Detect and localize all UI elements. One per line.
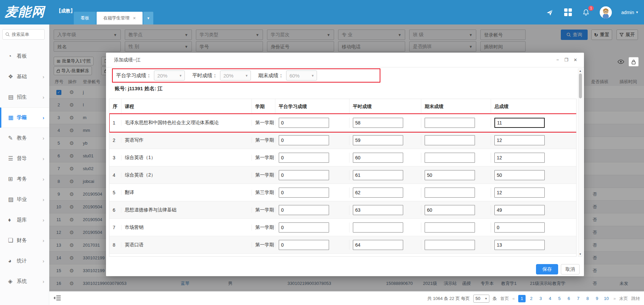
menu-search[interactable] [2, 29, 45, 40]
sidebar-item[interactable]: ◕ 统计 › [0, 251, 49, 271]
minimize-icon[interactable]: − [556, 57, 559, 62]
usual-score-input[interactable] [353, 240, 403, 250]
tab-close-icon[interactable]: ✕ [133, 12, 136, 24]
usual-score-input[interactable] [353, 222, 403, 233]
save-button[interactable]: 保存 [536, 264, 558, 274]
total-score-input[interactable] [494, 118, 545, 128]
page-number-button[interactable]: 8 [584, 295, 591, 302]
next-page-icon[interactable]: » [613, 296, 616, 301]
sidebar-item[interactable]: ✎ 教务 › [0, 128, 49, 148]
total-score-input[interactable] [494, 222, 545, 233]
eye-icon[interactable] [616, 57, 626, 66]
avatar[interactable] [600, 6, 612, 18]
total-score-input[interactable] [494, 135, 545, 145]
grade-row: 6 思想道德修养与法律基础 第一学期 [109, 201, 576, 219]
sidebar-item[interactable]: ◈ 系统 › [0, 271, 49, 292]
platform-score-input[interactable] [279, 118, 329, 128]
final-ratio-select[interactable]: 60%▾ [286, 70, 317, 81]
platform-score-input[interactable] [279, 170, 329, 180]
usual-score-input[interactable] [353, 118, 403, 128]
course-no: 2 [109, 138, 121, 143]
final-score-input[interactable] [425, 153, 475, 163]
apps-grid-icon[interactable] [564, 8, 572, 17]
term: 第一学期 [252, 137, 275, 143]
platform-score-input[interactable] [279, 222, 329, 233]
lock-icon[interactable] [629, 57, 639, 66]
total-score-input[interactable] [494, 205, 545, 215]
page-number-button[interactable]: 6 [565, 295, 573, 302]
course-name: 英语写作 [121, 137, 252, 143]
sidebar-item[interactable]: ▤ 招生 › [0, 87, 49, 107]
collapse-sidebar-icon[interactable] [54, 295, 61, 302]
sidebar-item[interactable]: ❏ 财务 › [0, 230, 49, 251]
term: 第一学期 [252, 207, 275, 213]
final-score-input[interactable] [425, 135, 475, 145]
platform-score-input[interactable] [279, 153, 329, 163]
menu-search-input[interactable] [12, 32, 41, 37]
prev-page-icon[interactable]: « [513, 296, 515, 301]
sidebar-item[interactable]: ☰ 督导 › [0, 148, 49, 169]
platform-score-input[interactable] [279, 188, 329, 198]
page-number-button[interactable]: 4 [546, 295, 554, 302]
dialog-scrollbar[interactable]: ▲ ▼ [578, 68, 583, 257]
usual-score-input[interactable] [353, 135, 403, 145]
sidebar-item-label: 系统 [17, 278, 43, 285]
final-score-input[interactable] [425, 222, 475, 233]
close-icon[interactable]: ✕ [574, 57, 577, 62]
final-score-input[interactable] [425, 240, 475, 250]
sidebar-item-icon: ▦ [8, 114, 17, 121]
total-score-input[interactable] [494, 240, 545, 250]
platform-score-input[interactable] [279, 135, 329, 145]
sidebar-item[interactable]: ▨ 毕业 › [0, 189, 49, 210]
sidebar-item[interactable]: ❖ 基础 › [0, 66, 49, 87]
page-number-button[interactable]: 5 [556, 295, 563, 302]
sidebar-item[interactable]: ♦ 题库 › [0, 210, 49, 230]
total-score-input[interactable] [494, 153, 545, 163]
page-number-button[interactable]: 1 [518, 295, 526, 302]
total-score-input[interactable] [494, 170, 545, 180]
platform-score-input[interactable] [279, 240, 329, 250]
sidebar-item[interactable]: ▦ 学籍 › [0, 107, 49, 128]
last-page-button[interactable]: 末页 [619, 296, 628, 302]
usual-score-input[interactable] [353, 188, 403, 198]
final-score-input[interactable] [425, 188, 475, 198]
chevron-right-icon: › [43, 278, 46, 284]
total-score-input[interactable] [494, 188, 545, 198]
course-name: 市场营销 [121, 224, 252, 231]
tab-list-dropdown[interactable]: ▾ [143, 12, 153, 24]
sidebar-item[interactable]: ⊞ 考务 › [0, 169, 49, 189]
first-page-button[interactable]: 首页 [500, 296, 509, 302]
usual-ratio-select[interactable]: 20%▾ [220, 70, 251, 81]
maximize-icon[interactable]: ❐ [564, 57, 568, 62]
rocket-icon[interactable] [545, 8, 554, 17]
sidebar-item[interactable]: ◔ 看板 [0, 46, 49, 66]
platform-ratio-select[interactable]: 20%▾ [154, 70, 185, 81]
final-score-input[interactable] [425, 205, 475, 215]
page-number-button[interactable]: 3 [537, 295, 544, 302]
chevron-right-icon: › [43, 217, 46, 223]
grades-table-body: 1 毛泽东思想和中国特色社会主义理论体系概论 第一学期 2 英语写作 第一学期 [109, 114, 576, 257]
score-ratio-panel: 平台学习成绩： 20%▾ 平时成绩： 20%▾ 期末成绩： 60%▾ [112, 68, 380, 83]
tab-dashboard[interactable]: 看板 [74, 12, 96, 24]
page-number-button[interactable]: 7 [575, 295, 582, 302]
user-menu[interactable]: admin ▾ [621, 10, 638, 15]
notifications-bell-icon[interactable]: 1 [582, 8, 590, 17]
usual-score-input[interactable] [353, 205, 403, 215]
page-number-button[interactable]: 9 [593, 295, 601, 302]
page-number-button[interactable]: 2 [528, 295, 535, 302]
platform-score-input[interactable] [279, 205, 329, 215]
scroll-down-icon[interactable]: ▼ [579, 253, 582, 256]
scrollbar-thumb[interactable] [579, 73, 582, 98]
final-score-input[interactable] [425, 170, 475, 180]
page-number-button[interactable]: 10 [603, 295, 610, 302]
search-icon [5, 32, 10, 37]
cancel-button[interactable]: 取消 [561, 264, 580, 274]
jump-button[interactable]: 跳转 [631, 296, 640, 302]
scroll-up-icon[interactable]: ▲ [579, 69, 582, 72]
page-size-select[interactable]: 50 ▾ [473, 295, 489, 303]
tab-student-management[interactable]: 在籍学生管理 ✕ [97, 12, 143, 24]
grade-row [109, 254, 576, 257]
usual-score-input[interactable] [353, 170, 403, 180]
usual-score-input[interactable] [353, 153, 403, 163]
final-score-input[interactable] [425, 118, 475, 128]
